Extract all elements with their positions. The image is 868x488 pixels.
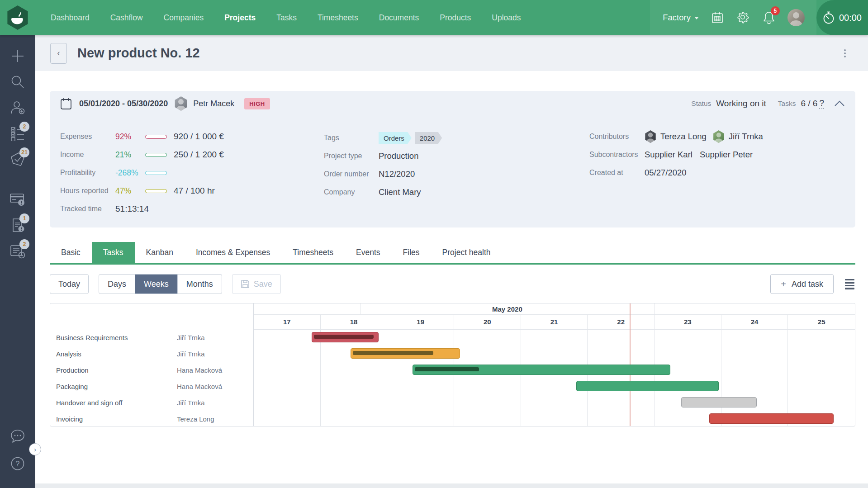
chevron-up-icon bbox=[834, 100, 845, 107]
gantt-bar[interactable] bbox=[576, 381, 719, 391]
contributor-chip[interactable]: Tereza Long bbox=[645, 130, 707, 143]
gantt-bar[interactable] bbox=[351, 348, 460, 359]
nav-item-cashflow[interactable]: Cashflow bbox=[110, 13, 143, 23]
gantt-task-label-row: Invoicing Tereza Long bbox=[50, 411, 253, 427]
calendar-button[interactable] bbox=[711, 11, 724, 24]
gantt-task-name[interactable]: Handover and sign off bbox=[50, 399, 177, 407]
tag-chip[interactable]: 2020 bbox=[415, 132, 442, 144]
gantt-task-assignee: Jiří Trnka bbox=[177, 399, 205, 407]
nav-item-products[interactable]: Products bbox=[440, 13, 471, 23]
gantt-bar[interactable] bbox=[709, 413, 834, 424]
settings-button[interactable] bbox=[736, 10, 750, 25]
time-tracker[interactable]: 00:00 bbox=[816, 0, 868, 35]
sidebar-agenda-button[interactable]: 2 bbox=[9, 243, 27, 259]
detail-row-tags: Tags Orders2020 bbox=[324, 129, 442, 147]
scale-months[interactable]: Months bbox=[178, 275, 222, 294]
svg-text:?: ? bbox=[16, 460, 20, 468]
save-button[interactable]: Save bbox=[232, 274, 281, 294]
gantt-bar[interactable] bbox=[312, 332, 379, 342]
nav-item-tasks[interactable]: Tasks bbox=[276, 13, 297, 23]
tab-events[interactable]: Events bbox=[345, 242, 392, 263]
workspace-switcher[interactable]: Factory bbox=[663, 13, 699, 23]
owner-name[interactable]: Petr Macek bbox=[193, 99, 234, 109]
gantt-task-name[interactable]: Packaging bbox=[50, 383, 177, 390]
agenda-count-badge: 2 bbox=[19, 239, 29, 249]
tag-chip[interactable]: Orders bbox=[379, 132, 412, 144]
people-label: Contributors bbox=[589, 133, 645, 141]
gantt-week-number: 21 bbox=[521, 314, 588, 329]
nav-item-timesheets[interactable]: Timesheets bbox=[318, 13, 358, 23]
horizontal-scrollbar-track[interactable] bbox=[35, 483, 868, 488]
tab-kanban[interactable]: Kanban bbox=[135, 242, 185, 263]
metric-progress-bar bbox=[145, 189, 167, 193]
sidebar-expand-button[interactable]: › bbox=[29, 443, 41, 455]
nav-item-uploads[interactable]: Uploads bbox=[492, 13, 521, 23]
search-icon bbox=[10, 74, 25, 90]
list-view-button[interactable] bbox=[844, 278, 855, 290]
main-content: ‹ New product No. 12 05/01/2020 - 05/30/… bbox=[35, 35, 868, 488]
sidebar-documents-button[interactable]: 1 bbox=[9, 217, 27, 233]
detail-value[interactable]: Client Mary bbox=[379, 187, 421, 197]
status-value: Working on it bbox=[716, 99, 766, 109]
user-avatar[interactable] bbox=[787, 9, 805, 26]
nav-item-companies[interactable]: Companies bbox=[164, 13, 204, 23]
metric-row-hours: Hours reported 47% 47 / 100 hr bbox=[60, 182, 224, 200]
gantt-chart: Business Requirements Jiří Trnka Analysi… bbox=[50, 303, 855, 426]
sidebar-help-button[interactable]: ? bbox=[0, 455, 35, 472]
detail-row-order-number: Order number N12/2020 bbox=[324, 165, 442, 183]
subcontractor-name[interactable]: Supplier Karl bbox=[645, 150, 693, 160]
today-button[interactable]: Today bbox=[50, 274, 89, 294]
tab-incomes-expenses[interactable]: Incomes & Expenses bbox=[185, 242, 281, 263]
sidebar-tasks-button[interactable]: 21 bbox=[9, 151, 27, 167]
tab-project-health[interactable]: Project health bbox=[431, 242, 502, 263]
contributor-chip[interactable]: Jiří Trnka bbox=[713, 130, 763, 143]
scale-switcher: Days Weeks Months bbox=[99, 274, 222, 294]
gantt-task-assignee: Jiří Trnka bbox=[177, 350, 205, 358]
gantt-task-name[interactable]: Business Requirements bbox=[50, 334, 177, 341]
back-button[interactable]: ‹ bbox=[50, 43, 67, 64]
tab-files[interactable]: Files bbox=[392, 242, 431, 263]
detail-label: Tags bbox=[324, 134, 379, 142]
notifications-button[interactable]: 5 bbox=[762, 10, 776, 25]
tab-basic[interactable]: Basic bbox=[50, 242, 92, 263]
person-silhouette-icon bbox=[713, 130, 725, 143]
sidebar-checklist-button[interactable]: 2 bbox=[9, 125, 27, 142]
sidebar-billing-button[interactable] bbox=[9, 191, 27, 208]
sidebar-add-button[interactable] bbox=[9, 48, 27, 64]
gantt-month-label: May 2020 bbox=[492, 305, 522, 313]
metric-label: Income bbox=[60, 151, 115, 159]
nav-item-documents[interactable]: Documents bbox=[379, 13, 419, 23]
sidebar-search-button[interactable] bbox=[9, 74, 27, 90]
nav-item-projects[interactable]: Projects bbox=[224, 13, 256, 23]
gantt-task-assignee: Jiří Trnka bbox=[177, 334, 205, 341]
sidebar-chat-button[interactable] bbox=[0, 428, 35, 444]
tab-timesheets[interactable]: Timesheets bbox=[281, 242, 345, 263]
gantt-task-name[interactable]: Invoicing bbox=[50, 415, 177, 423]
add-task-button[interactable]: + Add task bbox=[770, 274, 834, 294]
gantt-row bbox=[254, 346, 855, 362]
collapse-card-button[interactable] bbox=[834, 100, 845, 107]
gantt-task-name[interactable]: Analysis bbox=[50, 350, 177, 358]
owner-avatar[interactable] bbox=[174, 96, 188, 111]
tasks-count: 6 / 6 bbox=[801, 99, 817, 109]
gantt-week-number: 19 bbox=[387, 314, 454, 329]
gantt-bar[interactable] bbox=[413, 365, 670, 375]
people-column: Contributors Tereza Long bbox=[589, 128, 769, 182]
people-label: Created at bbox=[589, 169, 645, 177]
detail-value: N12/2020 bbox=[379, 169, 415, 179]
sidebar-add-contact-button[interactable] bbox=[9, 99, 27, 116]
scale-days[interactable]: Days bbox=[99, 275, 135, 294]
subcontractor-name[interactable]: Supplier Peter bbox=[700, 150, 753, 160]
gantt-task-name[interactable]: Production bbox=[50, 366, 177, 374]
tab-tasks[interactable]: Tasks bbox=[92, 242, 135, 263]
tasks-hint[interactable]: ? bbox=[819, 98, 824, 109]
metric-label: Profitability bbox=[60, 169, 115, 177]
project-date-range[interactable]: 05/01/2020 - 05/30/2020 bbox=[79, 99, 168, 109]
gantt-bar[interactable] bbox=[681, 397, 757, 407]
scale-weeks[interactable]: Weeks bbox=[135, 275, 178, 294]
gantt-week-number: 23 bbox=[655, 314, 721, 329]
chevron-down-icon bbox=[694, 17, 699, 19]
nav-item-dashboard[interactable]: Dashboard bbox=[51, 13, 90, 23]
app-logo[interactable] bbox=[0, 0, 35, 35]
page-menu-button[interactable] bbox=[840, 48, 850, 59]
